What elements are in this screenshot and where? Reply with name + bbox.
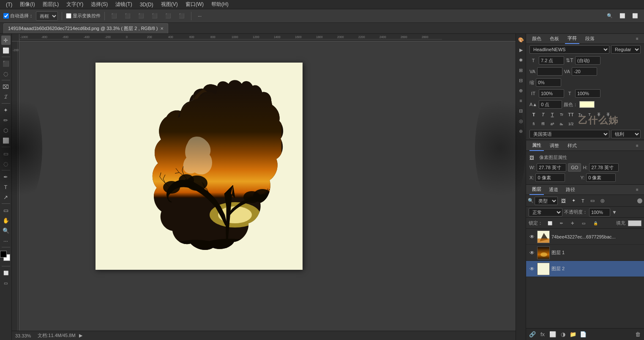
tab-layers[interactable]: 图层 [529,185,544,195]
layer-vis-2[interactable]: 👁 [529,266,535,272]
tracking-input[interactable] [572,67,597,76]
filter-smart-btn[interactable]: ◎ [598,197,607,204]
lock-all-btn[interactable]: 🔒 [591,220,600,226]
ri-star[interactable]: ✱ [517,56,525,64]
filter-text-btn[interactable]: T [579,197,587,204]
menu-item-image[interactable]: 图像(I) [16,0,38,9]
tool-lasso[interactable]: ◌ [1,69,11,78]
ordinal-btn[interactable]: aₐ [557,120,566,128]
antialias-select[interactable]: 锐利 [611,130,641,138]
font-family-select[interactable]: HeadlineNEWS [529,45,609,54]
strikethrough-btn[interactable]: T [595,111,603,118]
font-style-select[interactable]: Regular [611,45,641,54]
tab-color[interactable]: 颜色 [529,34,544,44]
layer-vis-1[interactable]: 👁 [529,250,535,256]
ri-palette[interactable]: 🎨 [517,36,525,44]
layer-item-1[interactable]: 👁 [526,245,644,261]
tab-character[interactable]: 字符 [565,34,579,44]
foreground-color[interactable] [0,251,7,258]
arrange-btn[interactable]: ⬜ [617,12,628,19]
strikethrough2-btn[interactable]: T [604,111,612,118]
smallcaps-btn[interactable]: Tr [557,111,566,118]
ri-minus[interactable]: ⊟ [517,107,525,115]
show-transform-checkbox[interactable] [66,13,71,19]
language-select[interactable]: 美国英语 [529,130,609,138]
filter-type-select[interactable]: 类型 [535,197,558,205]
tool-path[interactable]: ↗ [1,192,11,202]
align-top-btn[interactable]: ⬛ [149,12,160,19]
panel-menu-btn[interactable]: ≡ [634,36,641,42]
tab-channels[interactable]: 通道 [546,185,561,195]
layers-menu-btn[interactable]: ≡ [634,186,641,193]
tool-stamp[interactable]: ⬡ [1,126,11,135]
tab-paragraph[interactable]: 段落 [583,34,597,44]
ri-grid[interactable]: ⊞ [517,66,525,74]
bold-btn[interactable]: T [529,111,538,118]
add-mask-btn[interactable]: ⬜ [548,330,557,339]
menu-item-3d[interactable]: 3D(D) [136,1,157,8]
allcaps-btn[interactable]: TT [567,111,575,118]
tool-brush[interactable]: ✏ [1,115,11,125]
ri-grid2[interactable]: ⊟ [517,76,525,85]
tool-artboard[interactable]: ⬜ [1,46,11,55]
menu-item-filter[interactable]: 滤镜(T) [112,0,135,9]
document-tab[interactable]: 149184aaad1b60d3620dec7214ecd6bd.png @ 3… [3,23,168,33]
tool-hand[interactable]: ✋ [1,216,11,225]
tool-pen[interactable]: ✒ [1,172,11,181]
props-menu-btn[interactable]: ≡ [634,143,641,149]
fi-btn[interactable]: fi [529,120,538,128]
superscript-btn[interactable]: Ts [576,111,584,118]
tool-heal[interactable]: ✦ [1,105,11,115]
ri-bars[interactable]: ≡ [517,96,525,105]
tool-text[interactable]: T [1,182,11,192]
text-color-swatch[interactable] [579,101,595,108]
tool-dodge[interactable]: ◌ [1,159,11,168]
tool-zoom[interactable]: 🔍 [1,226,11,235]
filter-adj-btn[interactable]: ✦ [569,197,578,204]
align-bottom-btn[interactable]: ⬛ [176,12,187,19]
align-center-btn[interactable]: ⬛ [122,12,133,19]
ri-target[interactable]: ◎ [517,117,525,125]
horiz-scale-input[interactable] [575,89,600,98]
ri-magnify[interactable]: ⊕ [517,127,525,135]
menu-item-text[interactable]: 文字(Y) [63,0,87,9]
blend-mode-select[interactable]: 正常 [529,208,562,217]
align-right-btn[interactable]: ⬛ [136,12,147,19]
tool-more[interactable]: ··· [1,236,11,245]
tool-eyedropper[interactable]: 𝓘 [1,92,11,101]
selection-type-select[interactable]: 画框 [36,11,58,21]
opacity-arrow[interactable]: ▼ [612,209,617,215]
ffl-btn[interactable]: ffl [539,120,547,128]
auto-select-checkbox[interactable] [3,13,9,19]
add-adjustment-btn[interactable]: ◑ [558,330,568,339]
more-options-btn[interactable]: ··· [195,13,204,19]
tab-close-btn[interactable]: ✕ [160,26,164,31]
layer-item-2[interactable]: 👁 图层 2 [526,261,644,277]
font-size-input[interactable] [539,56,564,65]
menu-item-file[interactable]: (T) [3,1,16,8]
vert-scale-input[interactable] [539,89,564,98]
go-btn[interactable]: GO [568,163,581,172]
tab-paths[interactable]: 路径 [563,185,578,195]
add-effect-btn[interactable]: fx [538,330,547,339]
scale-input[interactable] [536,78,561,87]
aa-btn[interactable]: aª [548,120,557,128]
menu-item-help[interactable]: 帮助(H) [208,0,232,9]
tool-move[interactable]: ✛ [1,36,11,45]
tool-eraser[interactable]: ⬜ [1,136,11,145]
X-input[interactable] [535,173,565,182]
fill-swatch[interactable] [628,220,641,226]
delete-layer-btn[interactable]: 🗑 [633,330,642,339]
opacity-input[interactable] [589,208,610,217]
H-input[interactable] [589,163,619,172]
tab-adjust[interactable]: 调整 [547,141,562,151]
lock-transparent-btn[interactable]: ⬜ [545,220,555,226]
menu-item-select[interactable]: 选择(S) [87,0,111,9]
add-link-btn[interactable]: 🔗 [528,330,537,339]
menu-item-window[interactable]: 窗口(W) [182,0,207,9]
tool-quickmask[interactable]: ⬜ [1,268,11,277]
align-middle-btn[interactable]: ⬛ [163,12,174,19]
sub-btn[interactable]: T [585,111,594,118]
arrow-btn[interactable]: ▶ [79,333,82,338]
filter-pixel-btn[interactable]: 🖼 [559,197,568,204]
